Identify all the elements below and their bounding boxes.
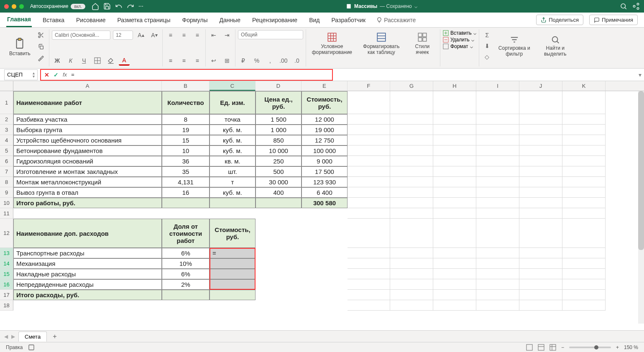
scrollbar-thumb[interactable] [638,91,644,250]
italic-button[interactable]: К [65,56,76,66]
cell[interactable]: Накладные расходы [13,269,162,279]
formula-input[interactable]: = [71,71,329,78]
empty-cell[interactable] [519,208,562,219]
cut-button[interactable] [36,30,46,40]
cell[interactable]: шт. [210,166,256,177]
empty-cell[interactable] [390,198,433,208]
empty-cell[interactable] [519,114,562,125]
cell[interactable]: Непредвиденные расходы [13,279,162,290]
cell[interactable]: 10% [162,258,210,269]
cell[interactable]: Наименование доп. расходов [13,219,162,248]
empty-cell[interactable] [433,156,476,166]
align-middle-button[interactable]: ≡ [179,30,189,40]
empty-cell[interactable] [390,279,433,290]
empty-cell[interactable] [348,198,390,208]
empty-cell[interactable] [433,290,476,300]
cell[interactable] [162,290,210,300]
empty-cell[interactable] [562,279,606,290]
search-icon[interactable] [620,3,627,10]
rowhdr-16[interactable]: 16 [0,279,13,290]
cell[interactable]: куб. м. [210,187,256,198]
cell[interactable]: 12 000 [302,114,348,125]
empty-cell[interactable] [562,114,606,125]
cell[interactable]: Разбивка участка [13,114,162,125]
empty-cell[interactable] [433,269,476,279]
fill-button[interactable]: ⬇ [482,41,493,51]
cell[interactable]: 19 [162,125,210,135]
empty-cell[interactable] [519,300,562,311]
align-right-button[interactable]: ≡ [192,56,203,66]
empty-cell[interactable] [390,300,433,311]
name-box[interactable]: СЦЕП ▴▾ [4,69,38,80]
empty-cell[interactable] [476,135,519,145]
tab-review[interactable]: Рецензирование [251,13,298,27]
cell[interactable]: 4,131 [162,177,210,187]
cell[interactable]: 19 000 [302,125,348,135]
accessibility-icon[interactable] [28,344,35,351]
font-size-select[interactable]: 12 [113,31,133,40]
insert-cells-button[interactable]: Вставить⌵ [443,30,476,36]
cell[interactable]: 16 [162,187,210,198]
empty-cell[interactable] [476,145,519,156]
cell[interactable]: Стоимость, руб. [210,219,256,248]
font-color-button[interactable]: A [119,56,130,66]
empty-cell[interactable] [348,279,390,290]
view-pagelayout-icon[interactable] [538,344,544,351]
align-top-button[interactable]: ≡ [165,30,176,40]
colhdr-E[interactable]: E [302,81,348,91]
colhdr-H[interactable]: H [433,81,476,91]
empty-cell[interactable] [348,145,390,156]
cell[interactable]: Ед. изм. [210,91,256,114]
cell[interactable]: Выборка грунта [13,125,162,135]
minimize-window-icon[interactable] [12,4,16,9]
cell[interactable]: 250 [256,156,302,166]
empty-cell[interactable] [476,91,519,114]
empty-cell[interactable] [433,135,476,145]
cell[interactable]: 123 930 [302,177,348,187]
empty-cell[interactable] [348,290,390,300]
rowhdr-14[interactable]: 14 [0,258,13,269]
cell[interactable] [210,290,256,300]
tell-me[interactable]: Расскажите [376,17,416,23]
empty-cell[interactable] [390,91,433,114]
cell[interactable] [210,198,256,208]
empty-cell[interactable] [433,145,476,156]
empty-cell[interactable] [433,219,476,248]
redo-icon[interactable] [127,3,134,10]
tab-insert[interactable]: Вставка [42,13,65,27]
font-name-select[interactable]: Calibri (Основной... [52,31,110,40]
cell[interactable]: Устройство щебёночного основания [13,135,162,145]
underline-button[interactable]: Ч [79,56,89,66]
empty-cell[interactable] [390,248,433,258]
empty-cell[interactable] [476,187,519,198]
empty-cell[interactable] [476,177,519,187]
empty-cell[interactable] [348,208,390,219]
empty-cell[interactable] [433,187,476,198]
colhdr-I[interactable]: I [476,81,519,91]
empty-cell[interactable] [519,198,562,208]
tab-data[interactable]: Данные [218,13,241,27]
zoom-out-button[interactable]: − [561,344,564,350]
colhdr-F[interactable]: F [348,81,390,91]
cell[interactable] [210,279,256,290]
empty-cell[interactable] [433,114,476,125]
empty-cell[interactable] [390,269,433,279]
tab-draw[interactable]: Рисование [75,13,107,27]
decrease-indent-button[interactable]: ⇤ [208,30,219,40]
empty-cell[interactable] [519,279,562,290]
cell[interactable]: Изготовление и монтаж закладных [13,166,162,177]
rowhdr-1[interactable]: 1 [0,91,13,114]
cell[interactable]: Итого работы, руб. [13,198,162,208]
cell[interactable]: куб. м. [210,135,256,145]
rowhdr-9[interactable]: 9 [0,187,13,198]
undo-icon[interactable] [115,3,123,10]
save-icon[interactable] [103,3,111,10]
rowhdr-18[interactable]: 18 [0,300,13,311]
empty-cell[interactable] [519,219,562,248]
percent-button[interactable]: % [251,56,262,66]
cell[interactable] [162,198,210,208]
rowhdr-5[interactable]: 5 [0,145,13,156]
rowhdr-7[interactable]: 7 [0,166,13,177]
colhdr-C[interactable]: C [210,81,256,91]
empty-cell[interactable] [390,145,433,156]
